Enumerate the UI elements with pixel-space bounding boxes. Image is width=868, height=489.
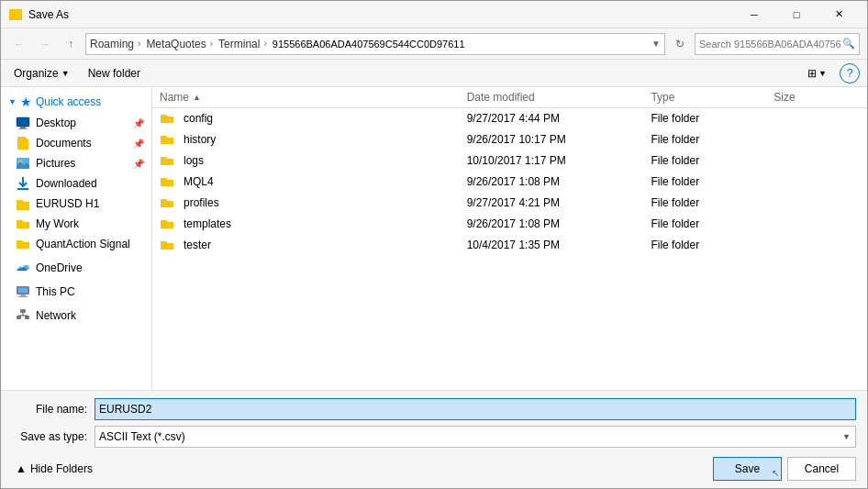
svg-rect-2 bbox=[17, 117, 29, 127]
search-box[interactable]: 🔍 bbox=[695, 33, 860, 55]
sidebar-item-documents[interactable]: Documents 📌 bbox=[1, 133, 151, 153]
address-toolbar: ← → ↑ Roaming › MetaQuotes › Terminal › … bbox=[1, 28, 867, 60]
address-dropdown-icon: ▼ bbox=[651, 39, 661, 49]
table-row[interactable]: MQL4 9/26/2017 1:08 PM File folder bbox=[152, 172, 867, 193]
table-row[interactable]: profiles 9/27/2017 4:21 PM File folder bbox=[152, 193, 867, 214]
col-header-date[interactable]: Date modified bbox=[467, 91, 651, 104]
saveas-row: Save as type: ASCII Text (*.csv) bbox=[12, 426, 856, 448]
folder-icon bbox=[160, 217, 174, 231]
pin-icon: 📌 bbox=[133, 118, 144, 128]
sidebar-item-onedrive[interactable]: OneDrive bbox=[1, 258, 151, 278]
search-icon: 🔍 bbox=[842, 38, 855, 50]
svg-rect-9 bbox=[18, 288, 28, 293]
sidebar-item-desktop-label: Desktop bbox=[36, 117, 76, 129]
hide-folders-button[interactable]: ▲ Hide Folders bbox=[12, 461, 96, 477]
pin-icon-pics: 📌 bbox=[133, 159, 144, 169]
file-list-header: Name ▲ Date modified Type Size bbox=[152, 87, 867, 108]
forward-button[interactable]: → bbox=[34, 33, 56, 55]
refresh-button[interactable]: ↻ bbox=[669, 33, 691, 55]
folder-icon-quantaction bbox=[16, 237, 30, 251]
sidebar-item-downloaded[interactable]: Downloaded bbox=[1, 173, 151, 194]
file-area: Name ▲ Date modified Type Size config 9/… bbox=[152, 87, 867, 390]
sidebar: ▼ ★ Quick access Desktop 📌 Documents bbox=[1, 87, 152, 390]
pin-icon-docs: 📌 bbox=[133, 139, 144, 149]
bottom-panel: File name: Save as type: ASCII Text (*.c… bbox=[1, 390, 867, 488]
saveas-select[interactable]: ASCII Text (*.csv) bbox=[95, 426, 856, 448]
sidebar-thispc-label: This PC bbox=[36, 285, 75, 298]
sidebar-item-downloaded-label: Downloaded bbox=[36, 177, 97, 190]
table-row[interactable]: logs 10/10/2017 1:17 PM File folder bbox=[152, 150, 867, 172]
file-type-cell: File folder bbox=[651, 133, 773, 146]
new-folder-button[interactable]: New folder bbox=[83, 65, 146, 82]
title-bar-text: Save As bbox=[28, 8, 733, 21]
save-button[interactable]: Save ↖ bbox=[713, 457, 782, 481]
file-date-cell: 9/26/2017 1:08 PM bbox=[467, 175, 651, 188]
back-button[interactable]: ← bbox=[8, 33, 30, 55]
organize-chevron-icon: ▼ bbox=[61, 69, 70, 78]
sidebar-item-pictures-label: Pictures bbox=[36, 157, 75, 170]
minimize-button[interactable]: ─ bbox=[733, 1, 775, 28]
address-bar[interactable]: Roaming › MetaQuotes › Terminal › 915566… bbox=[85, 33, 665, 55]
view-button[interactable]: ⊞ ▼ bbox=[802, 65, 832, 82]
up-button[interactable]: ↑ bbox=[60, 33, 82, 55]
search-input[interactable] bbox=[699, 39, 842, 50]
address-segment-terminal[interactable]: Terminal › bbox=[218, 38, 269, 50]
file-name-cell: tester bbox=[160, 238, 467, 252]
quick-access-star-icon: ★ bbox=[20, 94, 32, 109]
sidebar-item-quantaction[interactable]: QuantAction Signal bbox=[1, 234, 151, 254]
close-button[interactable]: ✕ bbox=[818, 1, 860, 28]
quick-access-header[interactable]: ▼ ★ Quick access bbox=[1, 91, 151, 113]
address-segment-roaming[interactable]: Roaming › bbox=[90, 38, 142, 50]
svg-rect-10 bbox=[20, 295, 26, 296]
filename-label: File name: bbox=[12, 403, 95, 416]
address-segment-id[interactable]: 915566BA06ADA407569C544CC0D97611 bbox=[273, 39, 465, 50]
saveas-select-wrapper: ASCII Text (*.csv) bbox=[95, 426, 856, 448]
maximize-button[interactable]: □ bbox=[775, 1, 818, 28]
view-chevron-icon: ▼ bbox=[818, 69, 827, 78]
quick-access-label: Quick access bbox=[36, 95, 101, 108]
file-date-cell: 9/26/2017 10:17 PM bbox=[467, 133, 651, 146]
table-row[interactable]: templates 9/26/2017 1:08 PM File folder bbox=[152, 214, 867, 235]
cursor-icon: ↖ bbox=[772, 468, 779, 478]
cancel-button[interactable]: Cancel bbox=[787, 457, 856, 481]
address-segment-metaquotes[interactable]: MetaQuotes › bbox=[146, 38, 215, 50]
organize-button[interactable]: Organize ▼ bbox=[8, 65, 75, 82]
sidebar-item-mywork-label: My Work bbox=[36, 217, 79, 230]
pictures-icon bbox=[16, 156, 30, 171]
file-date-cell: 9/27/2017 4:21 PM bbox=[467, 196, 651, 209]
col-header-size[interactable]: Size bbox=[773, 91, 860, 104]
folder-icon bbox=[160, 153, 174, 168]
col-header-type[interactable]: Type bbox=[651, 91, 773, 104]
file-name-cell: MQL4 bbox=[160, 174, 467, 189]
svg-rect-13 bbox=[17, 316, 21, 319]
file-date-cell: 9/26/2017 1:08 PM bbox=[467, 217, 651, 230]
sidebar-item-mywork[interactable]: My Work bbox=[1, 214, 151, 234]
sidebar-item-desktop[interactable]: Desktop 📌 bbox=[1, 113, 151, 133]
title-bar-buttons: ─ □ ✕ bbox=[733, 1, 860, 28]
svg-rect-11 bbox=[18, 296, 28, 297]
quick-access-section: ▼ ★ Quick access Desktop 📌 Documents bbox=[1, 91, 151, 254]
svg-rect-4 bbox=[18, 128, 28, 129]
file-date-cell: 10/10/2017 1:17 PM bbox=[467, 154, 651, 167]
network-section: Network bbox=[1, 306, 151, 326]
sidebar-item-eurusd[interactable]: EURUSD H1 bbox=[1, 194, 151, 214]
title-bar: Save As ─ □ ✕ bbox=[1, 1, 867, 28]
table-row[interactable]: history 9/26/2017 10:17 PM File folder bbox=[152, 129, 867, 150]
table-row[interactable]: tester 10/4/2017 1:35 PM File folder bbox=[152, 235, 867, 256]
chevron-up-icon: ▲ bbox=[16, 462, 27, 475]
svg-rect-12 bbox=[20, 309, 26, 313]
sidebar-item-documents-label: Documents bbox=[36, 137, 92, 150]
action-row: ▲ Hide Folders Save ↖ Cancel bbox=[12, 453, 856, 481]
folder-icon-eurusd bbox=[16, 196, 30, 211]
file-name-cell: templates bbox=[160, 217, 467, 231]
help-button[interactable]: ? bbox=[840, 63, 860, 83]
sidebar-item-pictures[interactable]: Pictures 📌 bbox=[1, 153, 151, 173]
col-header-name[interactable]: Name ▲ bbox=[160, 91, 467, 104]
file-name-cell: history bbox=[160, 132, 467, 147]
sidebar-network-label: Network bbox=[36, 309, 76, 322]
filename-input[interactable] bbox=[95, 398, 856, 420]
quick-access-chevron-icon: ▼ bbox=[8, 97, 17, 106]
table-row[interactable]: config 9/27/2017 4:44 PM File folder bbox=[152, 108, 867, 129]
sidebar-item-thispc[interactable]: This PC bbox=[1, 282, 151, 302]
sidebar-item-network[interactable]: Network bbox=[1, 306, 151, 326]
